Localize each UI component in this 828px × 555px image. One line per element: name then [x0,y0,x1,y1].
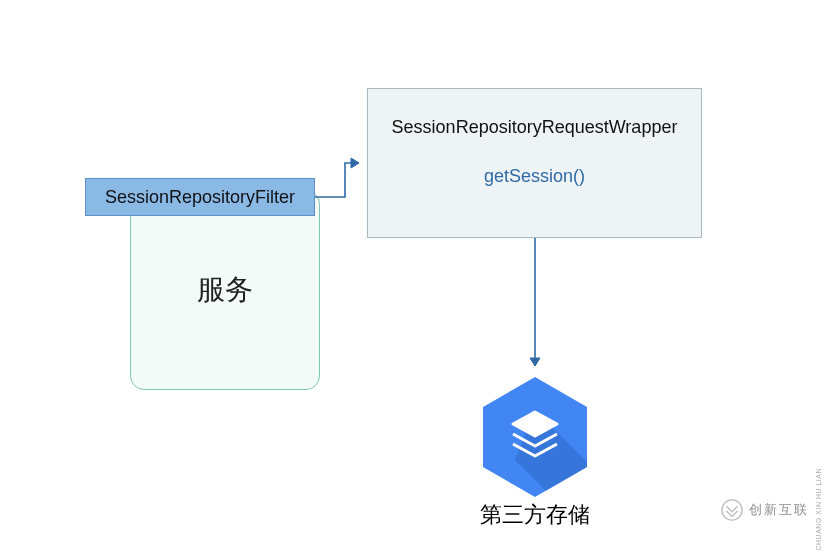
service-box: 服务 [130,190,320,390]
service-label: 服务 [197,271,253,309]
wrapper-method: getSession() [484,166,585,187]
storage-label: 第三方存储 [475,500,595,530]
watermark-brand-en: CHUANG XIN HU LIAN [815,468,822,551]
storage-hexagon-icon [475,370,595,505]
arrow-filter-to-wrapper [315,150,370,210]
filter-box: SessionRepositoryFilter [85,178,315,216]
arrow-wrapper-to-storage [525,238,545,378]
watermark-logo-icon [721,499,743,521]
watermark-brand-cn: 创新互联 [749,501,809,519]
filter-label: SessionRepositoryFilter [105,187,295,208]
wrapper-box: SessionRepositoryRequestWrapper getSessi… [367,88,702,238]
wrapper-title: SessionRepositoryRequestWrapper [392,117,678,138]
watermark: 创新互联 CHUANG XIN HU LIAN [721,468,822,551]
